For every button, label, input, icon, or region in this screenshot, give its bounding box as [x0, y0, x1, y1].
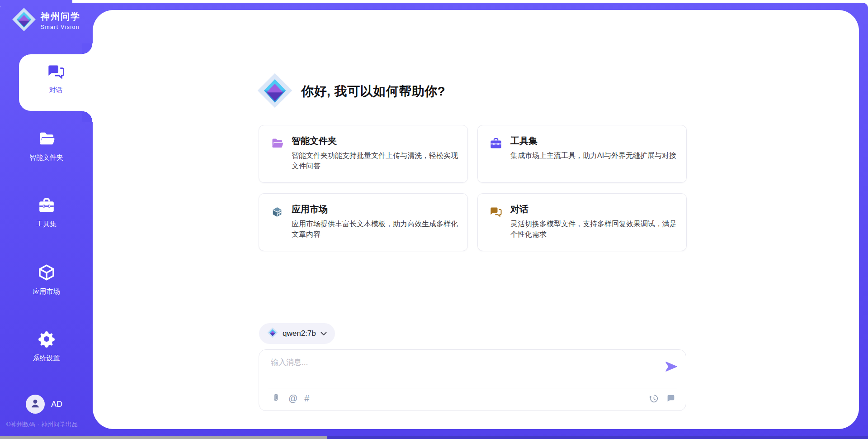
sidebar-footer-credit: ©神州数码 · 神州问学出品 — [6, 420, 78, 429]
briefcase-icon — [490, 137, 502, 150]
message-composer: @ # — [259, 349, 686, 411]
sidebar-item-label: 工具集 — [0, 220, 93, 229]
feature-cards: 智能文件夹 智能文件夹功能支持批量文件上传与清洗，轻松实现文件问答 工具集 集成… — [259, 125, 687, 251]
card-title: 工具集 — [510, 135, 538, 147]
greeting-block: 你好, 我可以如何帮助你? — [257, 72, 445, 110]
sidebar-top-cap — [0, 0, 72, 6]
sidebar-item-settings[interactable]: 系统设置 — [0, 330, 93, 363]
model-name: qwen2:7b — [283, 329, 316, 338]
folder-icon — [271, 137, 283, 150]
card-title: 对话 — [510, 203, 528, 215]
sidebar-item-label: 系统设置 — [0, 354, 93, 363]
card-description: 灵活切换多模型文件，支持多样回复效果调试，满足个性化需求 — [510, 219, 683, 239]
sidebar-item-smart-folder[interactable]: 智能文件夹 — [0, 130, 93, 162]
card-description: 智能文件夹功能支持批量文件上传与清洗，轻松实现文件问答 — [292, 150, 464, 171]
folder-icon — [38, 130, 55, 149]
tab-fillet-top — [82, 43, 93, 54]
send-button[interactable] — [664, 360, 679, 374]
card-app-market[interactable]: 应用市场 应用市场提供丰富长文本模板，助力高效生成多样化文章内容 — [259, 193, 468, 251]
attachment-icon[interactable] — [270, 392, 282, 404]
greeting-gem-icon — [257, 72, 293, 110]
model-gem-icon — [267, 327, 278, 340]
card-title: 智能文件夹 — [292, 135, 337, 147]
app-window: 神州问学 Smart Vision 对话 智能文件夹 — [0, 0, 868, 439]
chat-icon — [490, 205, 502, 218]
sidebar-item-chat[interactable]: 对话 — [19, 54, 93, 111]
brand-logo-block: 神州问学 Smart Vision — [12, 7, 80, 33]
chevron-down-icon — [321, 329, 327, 338]
history-icon[interactable] — [647, 392, 659, 404]
chat-icon — [47, 62, 65, 82]
hashtag-icon[interactable]: # — [304, 392, 309, 404]
scrollbar-thumb[interactable] — [0, 436, 327, 439]
brand-name: 神州问学 — [41, 10, 80, 23]
card-toolset[interactable]: 工具集 集成市场上主流工具，助力AI与外界无缝扩展与对接 — [477, 125, 687, 183]
card-description: 集成市场上主流工具，助力AI与外界无缝扩展与对接 — [510, 150, 683, 161]
person-icon — [29, 397, 41, 411]
brand-gem-icon — [12, 7, 36, 33]
brand-subtitle: Smart Vision — [41, 24, 80, 30]
composer-toolbar-right — [647, 392, 677, 404]
mention-icon[interactable]: @ — [288, 392, 297, 404]
composer-toolbar-left: @ # — [270, 392, 309, 404]
sidebar-item-toolset[interactable]: 工具集 — [0, 197, 93, 229]
model-selector[interactable]: qwen2:7b — [259, 323, 335, 344]
card-title: 应用市场 — [292, 203, 328, 215]
user-name: AD — [51, 395, 62, 414]
sidebar-item-label: 对话 — [19, 86, 93, 95]
briefcase-icon — [38, 197, 55, 216]
card-chat[interactable]: 对话 灵活切换多模型文件，支持多样回复效果调试，满足个性化需求 — [477, 193, 687, 251]
tab-fillet-bottom — [82, 111, 93, 122]
cube-icon — [38, 263, 56, 283]
sidebar-item-label: 智能文件夹 — [0, 153, 93, 162]
message-input[interactable] — [271, 357, 651, 383]
horizontal-scrollbar[interactable] — [0, 436, 868, 439]
feedback-chat-icon[interactable] — [665, 392, 677, 404]
greeting-title: 你好, 我可以如何帮助你? — [301, 83, 445, 100]
card-smart-folder[interactable]: 智能文件夹 智能文件夹功能支持批量文件上传与清洗，轻松实现文件问答 — [259, 125, 468, 183]
composer-divider — [268, 388, 677, 388]
sidebar-item-label: 应用市场 — [0, 287, 93, 296]
card-description: 应用市场提供丰富长文本模板，助力高效生成多样化文章内容 — [292, 219, 464, 239]
sidebar-item-app-market[interactable]: 应用市场 — [0, 263, 93, 296]
cube-grid-icon — [271, 205, 283, 218]
brand-text: 神州问学 Smart Vision — [41, 10, 80, 30]
gear-icon — [38, 330, 56, 350]
send-icon — [665, 360, 678, 373]
user-avatar[interactable] — [26, 395, 45, 414]
